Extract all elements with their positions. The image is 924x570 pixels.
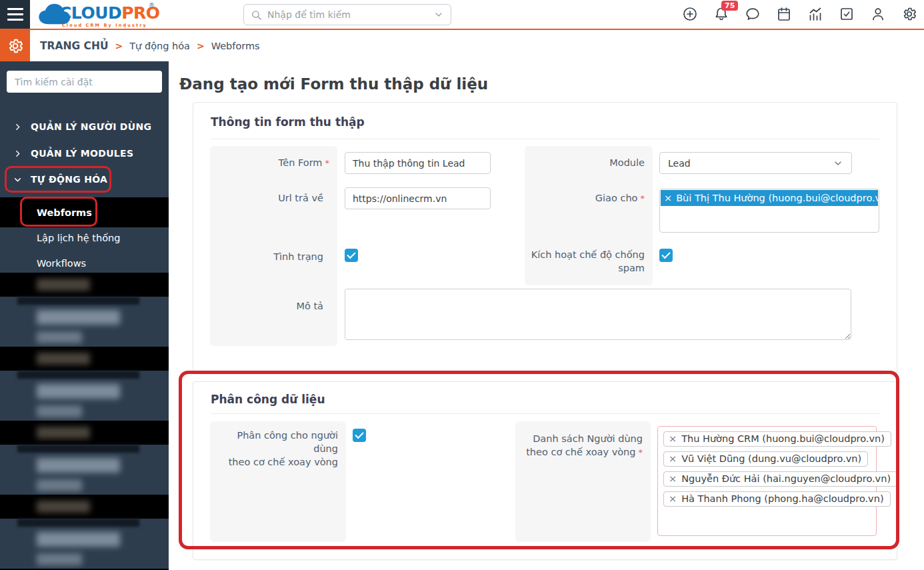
user-tag-label: Vũ Việt Dũng (dung.vu@cloudpro.vn) (681, 453, 861, 464)
global-search-input[interactable] (267, 9, 433, 20)
section-title-assignment: Phân công dữ liệu (211, 393, 325, 406)
gear-icon (901, 6, 917, 22)
profile-button[interactable] (870, 6, 886, 22)
field-label-mo-ta: Mô tả (210, 299, 323, 313)
field-label-tinh-trang: Tình trạng (210, 250, 323, 263)
redacted-menu-item (0, 421, 169, 495)
messages-button[interactable] (745, 6, 761, 22)
user-tag[interactable]: ×Nguyễn Đức Hải (hai.nguyen@cloudpro.vn) (663, 471, 897, 487)
breadcrumb-separator: > (197, 41, 205, 51)
reports-button[interactable] (807, 6, 823, 22)
logo-wordmark: CLOUDPRO (59, 3, 160, 23)
redacted-menu-item (0, 495, 169, 569)
breadcrumb-automation[interactable]: Tự động hóa (129, 41, 190, 51)
settings-button[interactable] (901, 6, 917, 22)
user-list-tagsbox[interactable]: ×Thu Hường CRM (huong.bui@cloudpro.vn)×V… (657, 426, 877, 536)
global-search-box[interactable] (243, 4, 451, 25)
ten-form-input[interactable] (345, 152, 491, 174)
field-label-url: Url trả về (210, 191, 323, 205)
cloudpro-logo[interactable]: CLOUDPRO ® Cloud CRM By Industry (37, 1, 160, 29)
breadcrumb-separator: > (115, 41, 123, 51)
sidebar-item-quan-ly-modules[interactable]: QUẢN LÝ MODULES (0, 140, 169, 167)
url-tra-ve-input[interactable] (345, 187, 491, 209)
top-icon-row: 75 (682, 6, 917, 22)
settings-tile[interactable] (0, 30, 30, 61)
section-divider (211, 139, 879, 139)
breadcrumb-home[interactable]: TRANG CHỦ (40, 40, 109, 52)
module-select[interactable]: Lead (659, 152, 852, 174)
chevron-right-icon (13, 123, 22, 131)
notifications-button[interactable]: 75 (713, 6, 729, 22)
sidebar-item-label: QUẢN LÝ NGƯỜI DÙNG (31, 121, 151, 132)
tinh-trang-checkbox[interactable] (345, 249, 358, 262)
sidebar-item-lap-lich-he-thong[interactable]: Lập lịch hệ thống (0, 225, 169, 251)
label-block-left (210, 146, 337, 346)
chat-bubble-icon (745, 6, 761, 22)
chart-icon (807, 6, 823, 22)
remove-tag-icon[interactable]: × (669, 473, 677, 484)
assignment-card: Phân công dữ liệu Phân công cho người dù… (193, 381, 897, 560)
field-label-ten-form: Tên Form* (210, 156, 329, 170)
remove-tag-icon[interactable]: × (669, 453, 677, 464)
user-tag[interactable]: ×Thu Hường CRM (huong.bui@cloudpro.vn) (663, 431, 891, 447)
field-label-user-list: Danh sách Người dùngtheo cơ chế xoay vòn… (515, 432, 643, 459)
user-tag[interactable]: ×Vũ Việt Dũng (dung.vu@cloudpro.vn) (663, 451, 868, 467)
redacted-menu-item (0, 273, 169, 347)
user-tag[interactable]: ×Hà Thanh Phong (phong.ha@cloudpro.vn) (663, 491, 891, 507)
chevron-down-icon[interactable] (433, 9, 444, 20)
sidebar-item-label: Workflows (37, 258, 86, 269)
breadcrumb-webforms[interactable]: Webforms (211, 41, 260, 51)
sidebar-item-label: Webforms (37, 207, 92, 218)
user-tag-label: Hà Thanh Phong (phong.ha@cloudpro.vn) (681, 493, 883, 504)
sidebar-item-quan-ly-nguoi-dung[interactable]: QUẢN LÝ NGƯỜI DÙNG (0, 113, 169, 140)
page-title: Đang tạo mới Form thu thập dữ liệu (179, 75, 488, 93)
sidebar-item-tu-dong-hoa[interactable]: TỰ ĐỘNG HÓA (0, 166, 169, 193)
sidebar-item-webforms[interactable]: Webforms (0, 197, 169, 227)
field-label-giao-cho: Giao cho* (525, 191, 645, 205)
field-label-chong-spam: Kích hoạt chế độ chốngspam (525, 248, 645, 275)
section-divider (211, 413, 879, 414)
calendar-icon (776, 6, 792, 22)
remove-tag-icon[interactable]: × (669, 433, 677, 444)
giao-cho-listbox[interactable]: ×Bùi Thị Thu Hường (huong.bui@cloudpro.v… (659, 189, 879, 233)
redacted-menu-item (0, 347, 169, 421)
sidebar-item-label: Lập lịch hệ thống (37, 233, 120, 243)
calendar-button[interactable] (776, 6, 792, 22)
chong-spam-checkbox[interactable] (659, 249, 673, 262)
logo-tagline: Cloud CRM By Industry (62, 23, 147, 28)
user-tag-label: Nguyễn Đức Hải (hai.nguyen@cloudpro.vn) (681, 473, 891, 484)
form-info-card: Thông tin form thu thập Tên Form* Url tr… (193, 102, 897, 374)
breadcrumb: TRANG CHỦ > Tự động hóa > Webforms (40, 30, 260, 61)
plus-circle-icon (682, 6, 698, 22)
chevron-down-icon (833, 158, 843, 169)
field-label-module: Module (525, 156, 645, 169)
hamburger-menu-button[interactable] (0, 0, 30, 29)
check-square-icon (839, 6, 855, 22)
round-robin-checkbox[interactable] (353, 429, 366, 442)
app-window: CLOUDPRO ® Cloud CRM By Industry 75 (0, 0, 924, 570)
user-icon (870, 6, 886, 22)
tasks-button[interactable] (839, 6, 855, 22)
remove-tag-icon[interactable]: × (664, 193, 672, 203)
sidebar-item-label: QUẢN LÝ MODULES (31, 148, 133, 159)
mo-ta-textarea[interactable] (345, 289, 851, 340)
user-tag-label: Thu Hường CRM (huong.bui@cloudpro.vn) (681, 433, 885, 444)
remove-tag-icon[interactable]: × (669, 493, 677, 504)
chevron-down-icon (13, 175, 22, 184)
logo-registered-mark: ® (149, 2, 155, 9)
chevron-right-icon (13, 149, 22, 158)
settings-sidebar: QUẢN LÝ NGƯỜI DÙNGQUẢN LÝ MODULESTỰ ĐỘNG… (0, 61, 169, 570)
giao-cho-selected-option[interactable]: ×Bùi Thị Thu Hường (huong.bui@cloudpro.v… (661, 190, 878, 206)
top-bar: CLOUDPRO ® Cloud CRM By Industry 75 (0, 0, 924, 30)
field-label-round-robin: Phân công cho người dùngtheo cơ chế xoay… (210, 429, 338, 469)
section-title-form-info: Thông tin form thu thập (211, 115, 365, 129)
search-icon (251, 9, 262, 21)
notification-count-badge: 75 (721, 1, 738, 11)
sidebar-item-label: TỰ ĐỘNG HÓA (31, 174, 107, 185)
add-new-button[interactable] (682, 6, 698, 22)
breadcrumb-bar: TRANG CHỦ > Tự động hóa > Webforms (0, 30, 924, 61)
gear-icon (7, 37, 24, 55)
